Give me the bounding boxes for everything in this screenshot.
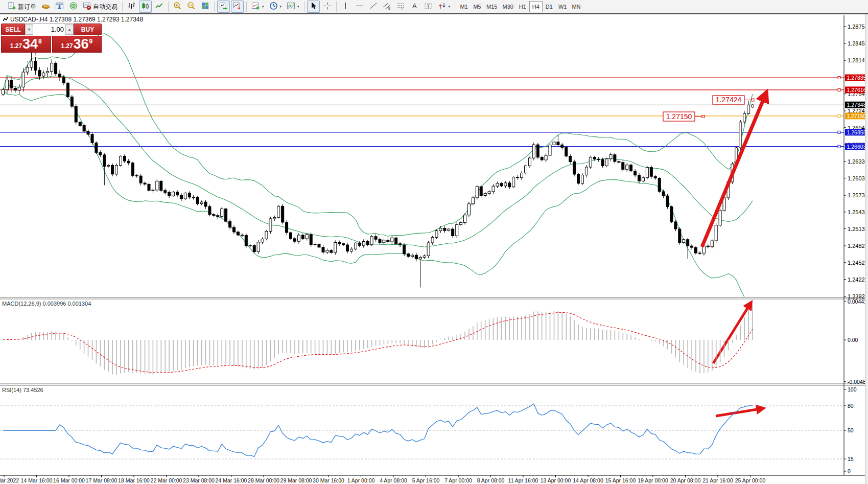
toolbar-periods-button[interactable]: ▾ [267, 1, 284, 13]
toolbar-text-button[interactable]: A [408, 1, 421, 13]
cursor-icon [309, 2, 318, 12]
toolbar-profiles-button[interactable] [39, 1, 52, 13]
toolbar-chart-shift-button[interactable] [231, 1, 244, 13]
profiles-book-icon [41, 2, 50, 12]
indicators-icon [251, 2, 260, 12]
buy-price-small: 1.27 [61, 42, 73, 50]
timeframe-d1-button[interactable]: D1 [543, 1, 556, 12]
rsi-value: 73.4526 [23, 387, 43, 393]
dropdown-caret-icon: ▾ [297, 5, 299, 9]
volume-input[interactable] [33, 24, 65, 35]
toolbar-autotrading-button[interactable]: 自动交易 [81, 1, 120, 13]
toolbar-candlestick-chart-button[interactable] [139, 1, 152, 13]
navigator-icon [69, 2, 78, 12]
dropdown-caret-icon: ▾ [449, 5, 451, 9]
new-order-icon [8, 2, 16, 12]
toolbar-crosshair-button[interactable] [321, 1, 334, 13]
toolbar-cursor-button[interactable] [307, 1, 320, 13]
toolbar-separator [246, 2, 247, 12]
toolbar-zoom-in-button[interactable] [171, 1, 184, 13]
timeframe-mn-button[interactable]: MN [569, 1, 583, 12]
toolbar-auto-scroll-button[interactable] [217, 1, 230, 13]
main-chart-area[interactable] [0, 15, 844, 297]
timeframe-m15-button[interactable]: M15 [484, 1, 500, 12]
text-a-icon: A [410, 2, 419, 12]
toolbar-autotrading-label: 自动交易 [93, 3, 118, 11]
timeframe-m30-button[interactable]: M30 [500, 1, 515, 12]
buy-price-display[interactable]: 1.27 36 9 [52, 36, 102, 53]
timeframe-w1-button[interactable]: W1 [556, 1, 570, 12]
svg-text:T: T [427, 4, 430, 9]
rsi-indicator-label: RSI(14) 73.4526 [2, 387, 43, 393]
volume-decrease-button[interactable]: ▼ [25, 24, 33, 35]
auto-scroll-icon [219, 2, 228, 12]
buy-price-big: 36 [74, 38, 89, 51]
toolbar-vertical-line-button[interactable] [339, 1, 352, 13]
trend-line-icon [369, 2, 378, 12]
macd-indicator-label: MACD(12,26,9) 0.003996 0.001304 [2, 301, 91, 307]
volume-stepper: ▼ ▲ [25, 24, 74, 35]
toolbar-arrows-button[interactable]: ▾ [436, 1, 453, 13]
one-click-trading-panel: SELL ▼ ▲ BUY 1.27 34 8 1.27 36 9 [1, 24, 102, 53]
line-chart-icon [155, 2, 163, 12]
toolbar-market-watch-button[interactable] [53, 1, 66, 13]
toolbar-separator [336, 2, 337, 12]
toolbar-horizontal-line-button[interactable] [353, 1, 366, 13]
toolbar-separator [214, 2, 215, 12]
toolbar-line-chart-button[interactable] [153, 1, 166, 13]
zoom-in-icon [173, 2, 182, 12]
rsi-panel-area[interactable] [0, 386, 844, 475]
text-label-icon: T [424, 2, 433, 12]
time-axis[interactable] [0, 476, 844, 484]
timeframe-m1-button[interactable]: M1 [457, 1, 471, 12]
toolbar-separator [304, 2, 304, 12]
buy-price-sup: 9 [89, 38, 93, 45]
toolbar-templates-button[interactable]: ▾ [285, 1, 301, 13]
sell-price-small: 1.27 [10, 42, 22, 50]
rsi-name: RSI(14) [2, 387, 21, 393]
buy-button[interactable]: BUY [74, 24, 102, 35]
price-axis[interactable] [844, 15, 867, 475]
toolbar-equidistant-channel-button[interactable]: E [381, 1, 393, 13]
sell-price-sup: 8 [38, 38, 42, 45]
fibonacci-icon: F [396, 2, 405, 12]
macd-panel-area[interactable] [0, 299, 844, 383]
clock-icon [269, 2, 278, 12]
toolbar-text-label-button[interactable]: T [422, 1, 435, 13]
timeframe-h1-button[interactable]: H1 [516, 1, 529, 12]
macd-main-value: 0.003996 [42, 301, 66, 307]
volume-increase-button[interactable]: ▲ [65, 24, 74, 35]
vertical-line-icon [341, 2, 350, 12]
toolbar-new-order-label: 新订单 [18, 3, 36, 11]
toolbar-separator [455, 2, 455, 12]
toolbar-zoom-out-button[interactable] [185, 1, 198, 13]
channel-icon: E [383, 2, 391, 12]
toolbar: 新订单自动交易▾▾▾EFAT▾M1M5M15M30H1H4D1W1MN [0, 0, 868, 14]
dropdown-caret-icon: ▾ [280, 5, 282, 9]
window-edge-strip [865, 14, 868, 484]
autotrading-icon [83, 2, 91, 12]
toolbar-separator [168, 2, 169, 12]
toolbar-bar-chart-button[interactable] [125, 1, 138, 13]
svg-text:E: E [388, 7, 391, 10]
timeframe-h4-button[interactable]: H4 [529, 1, 543, 12]
zoom-out-icon [187, 2, 196, 12]
macd-name: MACD(12,26,9) [2, 301, 41, 307]
toolbar-fibonacci-button[interactable]: F [394, 1, 407, 13]
sell-price-display[interactable]: 1.27 34 8 [1, 36, 51, 53]
toolbar-navigator-button[interactable] [67, 1, 80, 13]
symbol-info-text: USDCAD-,H4 1.27308 1.27369 1.27293 1.273… [10, 16, 143, 23]
toolbar-trend-line-button[interactable] [367, 1, 380, 13]
symbol-info: USDCAD-,H4 1.27308 1.27369 1.27293 1.273… [3, 16, 143, 23]
toolbar-separator [122, 2, 123, 12]
chart-shift-icon [233, 2, 242, 12]
timeframe-m5-button[interactable]: M5 [471, 1, 484, 12]
toolbar-indicators-button[interactable]: ▾ [249, 1, 266, 13]
horizontal-line-icon [355, 2, 364, 12]
bar-chart-icon [127, 2, 136, 12]
toolbar-new-order-button[interactable]: 新订单 [6, 1, 38, 13]
sell-price-big: 34 [22, 38, 38, 51]
toolbar-tile-windows-button[interactable] [199, 1, 212, 13]
sell-button[interactable]: SELL [1, 24, 25, 35]
macd-signal-value: 0.001304 [67, 301, 91, 307]
